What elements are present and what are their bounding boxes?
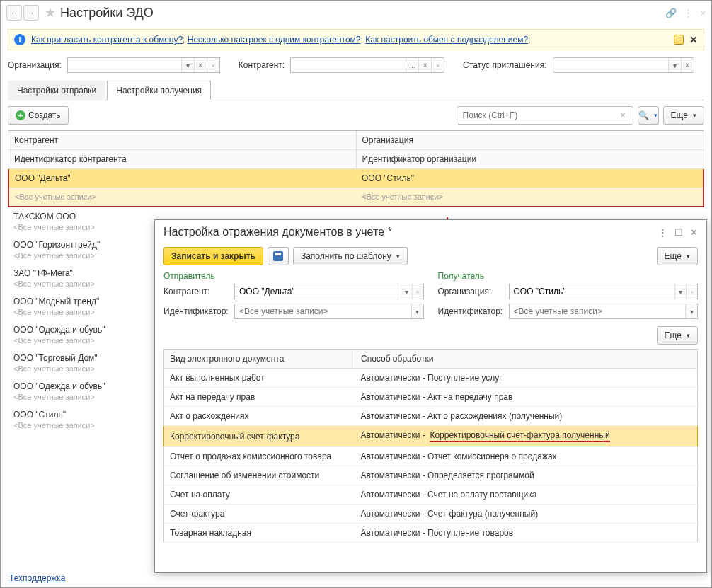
info-link-3[interactable]: Как настроить обмен с подразделением? — [365, 35, 528, 45]
book-icon[interactable] — [674, 35, 684, 45]
dlg-counterparty-input[interactable] — [235, 284, 401, 299]
dlg-cp-open[interactable]: ▫ — [412, 284, 423, 299]
info-close[interactable]: ✕ — [689, 34, 698, 45]
cp-more[interactable]: … — [406, 58, 418, 72]
plus-icon: + — [16, 110, 25, 120]
table-row[interactable]: Отчет о продажах комиссионного товараАвт… — [164, 447, 698, 466]
status-label: Статус приглашения: — [463, 60, 546, 70]
info-link-2[interactable]: Несколько настроек с одним контрагентом? — [188, 35, 361, 45]
tab-receive[interactable]: Настройки получения — [107, 81, 211, 100]
cell-method: Автоматически - Счет на оплату поставщик… — [355, 485, 698, 505]
table-row[interactable]: Корректировочный счет-фактураАвтоматичес… — [164, 426, 698, 447]
back-button[interactable]: ← — [6, 5, 22, 21]
hl-organization[interactable]: ООО "Стиль" — [356, 169, 703, 188]
hl-org-id: <Все учетные записи> — [356, 188, 703, 206]
col-organization[interactable]: Организация — [357, 131, 704, 150]
dlg-cp-dd[interactable]: ▾ — [401, 284, 412, 299]
list-item[interactable]: ТАКСКОМ ООО — [8, 207, 146, 222]
status-dropdown[interactable]: ▾ — [668, 58, 681, 72]
cell-doctype: Отчет о продажах комиссионного товара — [164, 447, 355, 466]
save-close-button[interactable]: Записать и закрыть — [163, 247, 263, 265]
cell-doctype: Счет на оплату — [164, 485, 355, 505]
list-item[interactable]: ООО "Одежда и обувь" — [8, 377, 146, 392]
list-item[interactable]: ООО "Торговый Дом" — [8, 349, 146, 364]
search-input[interactable] — [461, 110, 618, 121]
col-method[interactable]: Способ обработки — [355, 350, 698, 369]
list-item[interactable]: ООО "Стиль" — [8, 405, 146, 420]
col-doctype[interactable]: Вид электронного документа — [164, 350, 355, 369]
org-input[interactable] — [68, 58, 181, 72]
search-clear[interactable]: × — [618, 110, 628, 120]
dialog-kebab-icon[interactable]: ⋮ — [658, 227, 667, 238]
list-item[interactable]: ООО "Модный тренд" — [8, 292, 146, 307]
table-row[interactable]: Акт на передачу правАвтоматически - Акт … — [164, 388, 698, 407]
list-item-sub: <Все учетные записи> — [8, 307, 146, 321]
org-open[interactable]: ▫ — [207, 58, 219, 72]
list-item-sub: <Все учетные записи> — [8, 250, 146, 264]
forward-button[interactable]: → — [23, 5, 39, 21]
list-item[interactable]: ЗАО "ТФ-Мега" — [8, 264, 146, 279]
col-organization-id[interactable]: Идентификатор организации — [357, 150, 704, 169]
cell-method: Автоматически - Акт на передачу прав — [355, 388, 698, 407]
dlg-id2-dd[interactable]: ▾ — [685, 304, 697, 318]
dlg-id-input-2[interactable] — [510, 304, 686, 318]
dialog-more-button-2[interactable]: Еще▾ — [657, 326, 698, 345]
hl-cp-id: <Все учетные записи> — [9, 188, 356, 206]
info-bar: i Как пригласить контрагента к обмену?; … — [8, 29, 704, 50]
dlg-id-label-2: Идентификатор: — [438, 306, 509, 316]
dialog-maximize-icon[interactable]: ☐ — [674, 227, 683, 238]
create-button[interactable]: + Создать — [8, 106, 69, 125]
fill-template-button[interactable]: Заполнить по шаблону▾ — [293, 247, 408, 265]
col-counterparty-id[interactable]: Идентификатор контрагента — [8, 150, 357, 169]
cell-doctype: Товарная накладная — [164, 524, 355, 543]
support-link[interactable]: Техподдержка — [9, 573, 66, 583]
info-icon: i — [14, 34, 25, 45]
dlg-organization-input[interactable] — [510, 284, 675, 299]
more-button[interactable]: Еще▾ — [663, 106, 704, 125]
dialog-more-button[interactable]: Еще▾ — [657, 247, 698, 265]
dlg-counterparty-label: Контрагент: — [163, 287, 234, 296]
save-button[interactable] — [268, 247, 289, 265]
list-item-sub: <Все учетные записи> — [8, 364, 146, 377]
org-clear[interactable]: × — [194, 58, 207, 72]
list-item[interactable]: ООО "Горизонттрейд" — [8, 236, 146, 250]
dlg-id-input-1[interactable] — [235, 304, 411, 318]
dlg-id1-dd[interactable]: ▾ — [411, 304, 423, 318]
list-item-sub: <Все учетные записи> — [8, 279, 146, 292]
list-item[interactable]: ООО "Одежда и обувь" — [8, 321, 146, 335]
sender-section: Отправитель — [163, 271, 424, 281]
table-row[interactable]: Акт о расхожденияхАвтоматически - Акт о … — [164, 407, 698, 426]
table-row[interactable]: Соглашение об изменении стоимостиАвтомат… — [164, 466, 698, 485]
cell-doctype: Счет-фактура — [164, 505, 355, 524]
table-row[interactable]: Счет на оплатуАвтоматически - Счет на оп… — [164, 485, 698, 505]
kebab-icon[interactable]: ⋮ — [684, 8, 693, 18]
cell-doctype: Корректировочный счет-фактура — [164, 426, 355, 447]
cell-method: Автоматически - Отчет комиссионера о про… — [355, 447, 698, 466]
info-link-1[interactable]: Как пригласить контрагента к обмену? — [31, 35, 183, 45]
status-clear[interactable]: × — [681, 58, 694, 72]
org-dropdown[interactable]: ▾ — [181, 58, 194, 72]
star-icon[interactable]: ★ — [45, 5, 56, 21]
cell-method: Автоматически - Счет-фактура (полученный… — [355, 505, 698, 524]
table-row[interactable]: Акт выполненных работАвтоматически - Пос… — [164, 369, 698, 388]
dlg-org-dd[interactable]: ▾ — [674, 284, 686, 299]
link-icon[interactable]: 🔗 — [665, 8, 677, 18]
table-row[interactable]: Счет-фактураАвтоматически - Счет-фактура… — [164, 505, 698, 524]
table-row[interactable]: Товарная накладнаяАвтоматически - Поступ… — [164, 524, 698, 543]
cp-open[interactable]: ▫ — [431, 58, 444, 72]
cell-method: Автоматически - Поступление товаров — [355, 524, 698, 543]
counterparty-input[interactable] — [291, 58, 406, 72]
dlg-org-open[interactable]: ▫ — [686, 284, 697, 299]
cp-clear[interactable]: × — [418, 58, 431, 72]
receiver-section: Получатель — [438, 271, 699, 281]
dialog-close-icon[interactable]: ✕ — [690, 227, 698, 238]
col-counterparty[interactable]: Контрагент — [8, 131, 357, 150]
list-item-sub: <Все учетные записи> — [8, 420, 146, 434]
close-icon[interactable]: × — [700, 8, 706, 18]
tab-send[interactable]: Настройки отправки — [8, 81, 105, 100]
cell-method: Автоматически - Определяется программой — [355, 466, 698, 485]
search-button[interactable]: 🔍 ▾ — [638, 106, 659, 125]
hl-counterparty[interactable]: ООО "Дельта" — [9, 169, 356, 188]
create-label: Создать — [28, 110, 61, 120]
status-input[interactable] — [553, 58, 668, 72]
